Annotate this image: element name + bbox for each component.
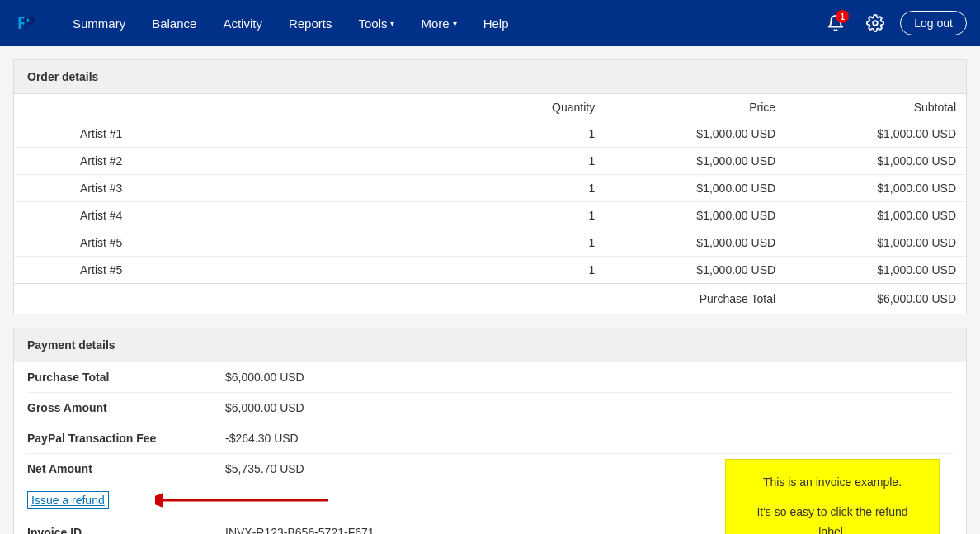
order-table-row: Artist #5 1 $1,000.00 USD $1,000.00 USD — [14, 229, 966, 257]
item-price: $1,000.00 USD — [605, 175, 785, 202]
item-price: $1,000.00 USD — [605, 121, 785, 148]
item-qty: 1 — [490, 202, 605, 229]
purchase-total-value: $6,000.00 USD — [785, 284, 966, 314]
payment-row-value: $6,000.00 USD — [225, 371, 304, 384]
item-name: Artist #2 — [14, 148, 490, 175]
item-name: Artist #4 — [14, 202, 490, 229]
item-name: Artist #3 — [14, 175, 490, 202]
payment-row-value: -$264.30 USD — [225, 432, 299, 445]
order-table-row: Artist #4 1 $1,000.00 USD $1,000.00 USD — [14, 202, 966, 229]
order-table-row: Artist #2 1 $1,000.00 USD $1,000.00 USD — [14, 148, 966, 175]
more-chevron-icon: ▾ — [453, 19, 457, 28]
order-table-row: Artist #3 1 $1,000.00 USD $1,000.00 USD — [14, 175, 966, 202]
tools-chevron-icon: ▾ — [390, 19, 394, 28]
col-subtotal: Subtotal — [785, 94, 966, 121]
nav-more[interactable]: More ▾ — [408, 0, 469, 46]
payment-details-header: Payment details — [14, 328, 966, 362]
svg-point-3 — [874, 21, 879, 26]
payment-row-label: Gross Amount — [27, 401, 225, 414]
item-price: $1,000.00 USD — [605, 148, 785, 175]
order-details-header: Order details — [14, 60, 966, 94]
payment-row-label: PayPal Transaction Fee — [27, 432, 225, 445]
col-quantity: Quantity — [490, 94, 605, 121]
item-subtotal: $1,000.00 USD — [785, 175, 966, 202]
item-price: $1,000.00 USD — [605, 202, 785, 229]
item-qty: 1 — [490, 229, 605, 257]
callout-text-2: It's so easy to click the refund label. — [742, 503, 922, 534]
svg-text:P: P — [23, 12, 35, 33]
item-qty: 1 — [490, 121, 605, 148]
col-item — [14, 94, 490, 121]
notification-bell[interactable]: 1 — [821, 8, 850, 38]
navbar: P P Summary Balance Activity Reports Too… — [0, 0, 980, 46]
nav-summary[interactable]: Summary — [59, 0, 139, 46]
issue-refund-link[interactable]: Issue a refund — [27, 491, 109, 509]
item-name: Artist #5 — [14, 257, 490, 284]
notification-badge: 1 — [836, 10, 849, 23]
item-subtotal: $1,000.00 USD — [785, 121, 966, 148]
payment-detail-row: Purchase Total $6,000.00 USD — [27, 362, 953, 393]
item-qty: 1 — [490, 175, 605, 202]
item-subtotal: $1,000.00 USD — [785, 202, 966, 229]
payment-rows: Purchase Total $6,000.00 USD Gross Amoun… — [14, 362, 966, 534]
nav-links: Summary Balance Activity Reports Tools ▾… — [59, 0, 821, 46]
payment-row-label: Net Amount — [27, 462, 225, 475]
item-price: $1,000.00 USD — [605, 257, 785, 284]
refund-row: Issue a refund This is an invoice exampl… — [27, 484, 953, 517]
callout-box: This is an invoice example. It's so easy… — [725, 459, 940, 534]
item-qty: 1 — [490, 148, 605, 175]
paypal-logo[interactable]: P P — [13, 9, 40, 38]
settings-gear-icon[interactable] — [860, 8, 890, 38]
purchase-total-row: Purchase Total $6,000.00 USD — [14, 284, 966, 314]
nav-right: 1 Log out — [821, 8, 967, 38]
order-table-row: Artist #1 1 $1,000.00 USD $1,000.00 USD — [14, 121, 966, 148]
payment-row-value: $6,000.00 USD — [225, 401, 304, 414]
invoice-row-value: INVX-R123-B656-5721-F671 — [225, 526, 375, 534]
payment-detail-row: PayPal Transaction Fee -$264.30 USD — [27, 423, 953, 454]
item-name: Artist #5 — [14, 229, 490, 257]
nav-activity[interactable]: Activity — [210, 0, 276, 46]
order-details-section: Order details Quantity Price Subtotal Ar… — [13, 59, 967, 314]
purchase-total-label: Purchase Total — [605, 284, 785, 314]
item-price: $1,000.00 USD — [605, 229, 785, 257]
item-name: Artist #1 — [14, 121, 490, 148]
logout-button[interactable]: Log out — [900, 11, 967, 35]
invoice-row-label: Invoice ID — [27, 526, 225, 534]
callout-text-1: This is an invoice example. — [742, 473, 922, 493]
payment-detail-row: Gross Amount $6,000.00 USD — [27, 393, 953, 423]
nav-reports[interactable]: Reports — [276, 0, 346, 46]
order-table: Quantity Price Subtotal Artist #1 1 $1,0… — [14, 94, 966, 314]
nav-balance[interactable]: Balance — [139, 0, 210, 46]
payment-row-label: Purchase Total — [27, 371, 225, 384]
nav-tools[interactable]: Tools ▾ — [345, 0, 408, 46]
order-table-row: Artist #5 1 $1,000.00 USD $1,000.00 USD — [14, 257, 966, 284]
col-price: Price — [605, 94, 785, 121]
payment-details-section: Payment details Purchase Total $6,000.00… — [13, 328, 967, 534]
item-subtotal: $1,000.00 USD — [785, 257, 966, 284]
item-subtotal: $1,000.00 USD — [785, 229, 966, 257]
item-subtotal: $1,000.00 USD — [785, 148, 966, 175]
payment-row-value: $5,735.70 USD — [225, 462, 304, 475]
item-qty: 1 — [490, 257, 605, 284]
nav-help[interactable]: Help — [470, 0, 522, 46]
